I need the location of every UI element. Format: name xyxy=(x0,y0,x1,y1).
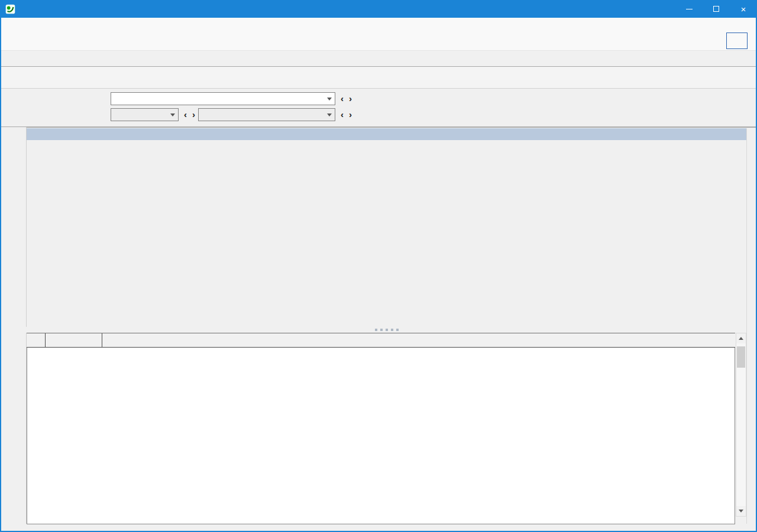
scroll-down-button[interactable] xyxy=(736,506,746,516)
table-settings-gear-icon[interactable] xyxy=(724,335,735,346)
table-scrollbar[interactable] xyxy=(736,333,746,517)
next-scope-button[interactable]: › xyxy=(347,109,354,121)
chevron-down-icon xyxy=(327,98,332,100)
scroll-down-icon xyxy=(739,510,743,512)
load-kind-select[interactable] xyxy=(111,108,179,121)
beam-load-diagram xyxy=(27,140,746,326)
maximize-button[interactable] xyxy=(703,0,730,18)
load-case-controls: ‹ › ‹ › ‹ › xyxy=(1,89,756,127)
prev-kind-button[interactable]: ‹ xyxy=(182,109,189,121)
maximize-icon xyxy=(713,6,719,12)
scroll-up-icon xyxy=(739,337,743,340)
scrollbar-thumb[interactable] xyxy=(737,346,745,368)
diagram-toolbox xyxy=(1,127,27,327)
chevron-down-icon xyxy=(170,113,175,116)
table-header xyxy=(27,333,735,348)
header-lp xyxy=(27,333,46,347)
close-button[interactable]: × xyxy=(730,0,757,18)
app-logo-icon xyxy=(5,4,15,14)
prev-case-button[interactable]: ‹ xyxy=(338,93,346,105)
main-toolbar xyxy=(1,31,756,51)
panel-title xyxy=(27,128,746,140)
minimize-button[interactable] xyxy=(675,0,703,18)
titlebar: × xyxy=(0,0,757,18)
panel-top-border xyxy=(1,127,756,128)
next-kind-button[interactable]: › xyxy=(190,109,198,121)
next-case-button[interactable]: › xyxy=(347,93,354,105)
loads-table xyxy=(27,348,735,524)
table-bottom-border xyxy=(27,524,735,524)
splitter[interactable] xyxy=(27,326,746,333)
module-toolbar xyxy=(1,67,756,89)
close-icon: × xyxy=(741,5,746,14)
load-scope-select[interactable] xyxy=(198,108,335,121)
load-case-select[interactable] xyxy=(111,92,335,105)
minimize-icon xyxy=(686,9,693,9)
menubar xyxy=(1,18,756,31)
prev-scope-button[interactable]: ‹ xyxy=(338,109,346,121)
specbud-logo xyxy=(726,33,748,49)
table-toolbox xyxy=(1,333,27,524)
scroll-up-button[interactable] xyxy=(736,333,746,343)
header-element xyxy=(46,333,102,347)
chevron-down-icon xyxy=(327,113,332,116)
panel-right-edge xyxy=(746,128,747,524)
header-oddzialywanie xyxy=(102,333,735,347)
